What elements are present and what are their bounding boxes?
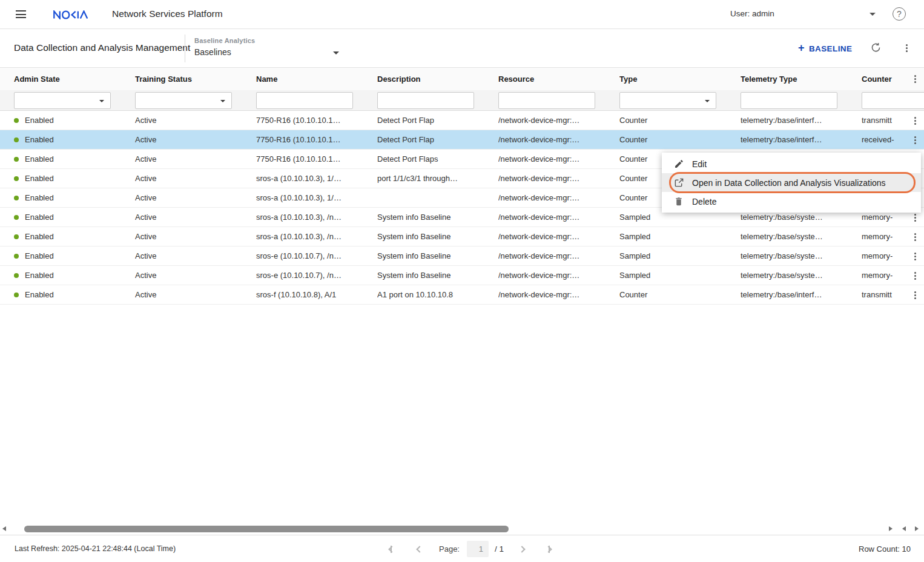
last-refresh-text: Last Refresh: 2025-04-21 22:48:44 (Local…	[15, 544, 176, 553]
first-page-button[interactable]	[391, 546, 394, 553]
filter-type-select[interactable]	[619, 92, 716, 109]
cell-text: sros-f (10.10.10.8), A/1	[256, 290, 336, 299]
filter-cell	[135, 92, 256, 109]
cell-name: sros-a (10.10.10.3), /n…	[256, 208, 377, 226]
cell-admin-state: Enabled	[14, 285, 135, 304]
cell-training-status: Active	[135, 285, 256, 304]
cell-text: Counter	[619, 193, 647, 202]
cell-text: System info Baseline	[377, 271, 450, 280]
open-external-icon	[673, 177, 684, 188]
context-menu-item-delete[interactable]: Delete	[662, 192, 921, 211]
table-row[interactable]: EnabledActivesros-a (10.10.10.3), /n…Sys…	[0, 227, 924, 246]
table-row[interactable]: EnabledActivesros-e (10.10.10.7), /n…Sys…	[0, 266, 924, 285]
filter-description-input[interactable]	[377, 92, 474, 109]
scroll-left-icon[interactable]	[2, 526, 6, 531]
column-header-name[interactable]: Name	[256, 74, 377, 84]
cell-text: port 1/1/c3/1 through…	[377, 174, 458, 183]
cell-text: memory-	[862, 232, 893, 241]
cell-text: Detect Port Flap	[377, 116, 434, 125]
row-actions-kebab-icon[interactable]	[911, 232, 919, 242]
column-header-resource[interactable]: Resource	[498, 74, 619, 84]
cell-description	[377, 188, 498, 207]
column-header-description[interactable]: Description	[377, 74, 498, 84]
filter-telemetry-type-input[interactable]	[741, 92, 837, 109]
status-dot	[14, 137, 19, 142]
cell-type: Counter	[619, 111, 741, 130]
status-dot	[14, 118, 19, 123]
cell-text: Active	[135, 135, 156, 144]
cell-description: System info Baseline	[377, 246, 498, 265]
row-actions-kebab-icon[interactable]	[911, 290, 919, 300]
cell-text: received-	[862, 135, 894, 144]
cell-text: memory-	[862, 271, 893, 280]
cell-text: sros-e (10.10.10.7), /n…	[256, 271, 342, 280]
column-header-type[interactable]: Type	[619, 74, 741, 84]
row-actions-kebab-icon[interactable]	[911, 116, 919, 126]
row-actions-kebab-icon[interactable]	[911, 135, 919, 145]
filter-admin-state-select[interactable]	[14, 92, 111, 109]
column-header-training-status[interactable]: Training Status	[135, 74, 256, 84]
row-actions-kebab-icon[interactable]	[911, 213, 919, 223]
cell-description: System info Baseline	[377, 208, 498, 226]
cell-text: Enabled	[25, 251, 54, 260]
add-baseline-button[interactable]: BASELINE	[798, 44, 852, 53]
table-row[interactable]: EnabledActive7750-R16 (10.10.10.1…Detect…	[0, 111, 924, 130]
context-menu-item-open-in-visualizations[interactable]: Open in Data Collection and Analysis Vis…	[662, 173, 921, 192]
filter-cell	[14, 92, 135, 109]
cell-text: Enabled	[25, 232, 54, 241]
last-page-button[interactable]	[546, 546, 550, 553]
scroll-right-icon[interactable]	[889, 526, 893, 531]
cell-resource: /network-device-mgr:…	[498, 111, 619, 130]
cell-text: Counter	[619, 135, 647, 144]
table-row[interactable]: EnabledActivesros-f (10.10.10.8), A/1A1 …	[0, 285, 924, 305]
page-number-input[interactable]: 1	[467, 541, 489, 557]
cell-type: Sampled	[619, 266, 741, 285]
cell-telemetry-type: telemetry:/base/syste…	[741, 246, 862, 265]
column-scroll-right-icon[interactable]	[915, 526, 919, 531]
cell-name: sros-f (10.10.10.8), A/1	[256, 285, 377, 304]
table-row[interactable]: EnabledActive7750-R16 (10.10.10.1…Detect…	[0, 130, 924, 150]
user-menu-caret-icon[interactable]	[870, 13, 876, 19]
column-scroll-left-icon[interactable]	[902, 526, 906, 531]
row-actions-kebab-icon[interactable]	[911, 271, 919, 281]
cell-text: Counter	[619, 290, 647, 299]
add-baseline-label: BASELINE	[809, 44, 852, 53]
context-selector[interactable]: Baselines	[194, 47, 231, 57]
cell-text: Active	[135, 271, 156, 280]
next-page-button[interactable]	[520, 547, 524, 552]
cell-name: 7750-R16 (10.10.10.1…	[256, 130, 377, 149]
cell-text: Active	[135, 116, 156, 125]
cell-text: Detect Port Flap	[377, 135, 434, 144]
help-icon[interactable]	[893, 7, 906, 21]
filter-counter-input[interactable]	[862, 92, 924, 109]
column-settings-kebab-icon[interactable]	[911, 74, 919, 84]
cell-admin-state: Enabled	[14, 227, 135, 246]
cell-resource: /network-device-mgr:…	[498, 285, 619, 304]
cell-text: /network-device-mgr:…	[498, 154, 579, 164]
cell-text: memory-	[862, 213, 893, 222]
hamburger-menu-icon[interactable]	[16, 10, 26, 18]
cell-admin-state: Enabled	[14, 111, 135, 130]
user-menu[interactable]: User: admin	[730, 9, 774, 18]
column-header-admin-state[interactable]: Admin State	[14, 74, 135, 84]
cell-admin-state: Enabled	[14, 188, 135, 207]
table-row[interactable]: EnabledActivesros-e (10.10.10.7), /n…Sys…	[0, 246, 924, 266]
refresh-icon[interactable]	[870, 42, 882, 53]
cell-name: sros-a (10.10.10.3), 1/…	[256, 169, 377, 188]
plus-icon	[798, 44, 805, 53]
scrollbar-thumb[interactable]	[24, 526, 509, 532]
filter-resource-input[interactable]	[498, 92, 595, 109]
context-selector-caret-icon[interactable]	[333, 51, 339, 58]
cell-text: Enabled	[25, 271, 54, 280]
row-actions-kebab-icon[interactable]	[911, 251, 919, 262]
cell-training-status: Active	[135, 188, 256, 207]
status-dot	[14, 176, 19, 181]
cell-resource: /network-device-mgr:…	[498, 150, 619, 168]
column-header-telemetry-type[interactable]: Telemetry Type	[741, 74, 862, 84]
context-menu-item-edit[interactable]: Edit	[662, 154, 921, 173]
previous-page-button[interactable]	[417, 547, 422, 552]
filter-name-input[interactable]	[256, 92, 353, 109]
cell-resource: /network-device-mgr:…	[498, 188, 619, 207]
more-actions-kebab-icon[interactable]	[902, 43, 911, 53]
filter-training-status-select[interactable]	[135, 92, 232, 109]
